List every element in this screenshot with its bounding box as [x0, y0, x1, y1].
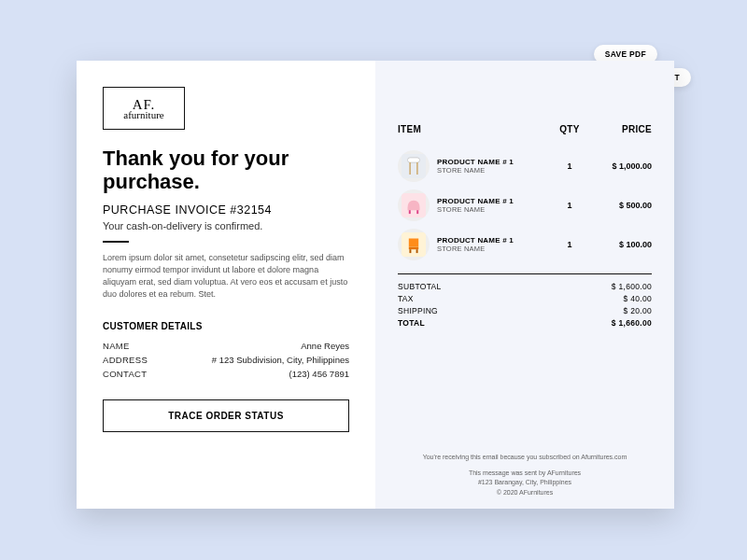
customer-row: NAMEAnne Reyes: [103, 341, 349, 351]
trace-order-button[interactable]: TRACE ORDER STATUS: [103, 399, 349, 432]
cd-value: (123) 456 7891: [289, 369, 349, 379]
line-item: PRODUCT NAME # 1STORE NAME 1 $ 500.00: [398, 189, 652, 221]
svg-rect-8: [416, 210, 418, 214]
product-thumb: [398, 229, 430, 260]
logo-sub: afurniture: [123, 109, 163, 120]
total-row: SHIPPING$ 20.00: [398, 306, 652, 315]
line-item: PRODUCT NAME # 1STORE NAME 1 $ 1,000.00: [398, 150, 652, 182]
product-thumb: [398, 189, 430, 221]
product-name: PRODUCT NAME # 1: [437, 197, 514, 205]
price: $ 500.00: [590, 201, 652, 210]
cd-label: ADDRESS: [103, 355, 148, 365]
confirmation-text: Your cash-on-delivery is confirmed.: [103, 220, 349, 231]
header-item: ITEM: [398, 124, 549, 134]
price: $ 100.00: [590, 240, 652, 249]
customer-row: ADDRESS# 123 Subdivision, City, Philippi…: [103, 355, 349, 365]
total-value: $ 20.00: [624, 306, 652, 315]
svg-rect-12: [416, 249, 418, 253]
total-label: SHIPPING: [398, 306, 438, 315]
total-value: $ 40.00: [624, 294, 652, 303]
total-row: TAX$ 40.00: [398, 294, 652, 303]
cd-label: NAME: [103, 341, 130, 351]
total-value: $ 1,660.00: [612, 318, 652, 328]
footer-line: This message was sent by AFurnitures: [375, 469, 674, 479]
svg-rect-10: [409, 247, 418, 250]
email-footer: You're receiving this email because you …: [375, 453, 674, 497]
store-name: STORE NAME: [437, 245, 514, 253]
customer-details-title: CUSTOMER DETAILS: [103, 321, 349, 331]
product-thumb: [398, 150, 430, 182]
divider: [103, 241, 129, 243]
header-price: PRICE: [590, 124, 652, 134]
totals-divider: [398, 273, 652, 274]
total-label: SUBTOTAL: [398, 282, 442, 291]
logo: AF. afurniture: [103, 87, 185, 130]
invoice-number: PURCHASE INVOICE #32154: [103, 203, 349, 217]
total-value: $ 1,600.00: [612, 282, 652, 291]
qty: 1: [549, 240, 590, 249]
line-item: PRODUCT NAME # 1STORE NAME 1 $ 100.00: [398, 229, 652, 260]
footer-line: #123 Barangay, City, Philippines: [375, 478, 674, 488]
total-label: TAX: [398, 294, 414, 303]
invoice-card: AF. afurniture Thank you for your purcha…: [77, 61, 674, 509]
header-qty: QTY: [549, 124, 590, 134]
cd-value: Anne Reyes: [301, 341, 349, 351]
store-name: STORE NAME: [437, 166, 514, 175]
svg-rect-3: [408, 158, 420, 162]
product-name: PRODUCT NAME # 1: [437, 236, 514, 245]
product-name: PRODUCT NAME # 1: [437, 158, 514, 166]
table-header: ITEM QTY PRICE: [398, 124, 652, 142]
footer-line: You're receiving this email because you …: [375, 453, 674, 463]
cd-value: # 123 Subdivision, City, Philippines: [212, 355, 349, 365]
total-row: SUBTOTAL$ 1,600.00: [398, 282, 652, 291]
price: $ 1,000.00: [590, 161, 652, 171]
svg-rect-11: [409, 249, 411, 253]
svg-rect-7: [409, 210, 411, 214]
qty: 1: [549, 161, 590, 171]
qty: 1: [549, 201, 590, 210]
customer-row: CONTACT(123) 456 7891: [103, 369, 349, 379]
total-label: TOTAL: [398, 318, 425, 328]
cd-label: CONTACT: [103, 369, 147, 379]
store-name: STORE NAME: [437, 205, 514, 214]
body-text: Lorem ipsum dolor sit amet, consetetur s…: [103, 252, 349, 301]
total-row: TOTAL$ 1,660.00: [398, 318, 652, 328]
footer-line: © 2020 AFurnitures: [375, 488, 674, 498]
thank-you-heading: Thank you for your purchase.: [103, 147, 349, 194]
